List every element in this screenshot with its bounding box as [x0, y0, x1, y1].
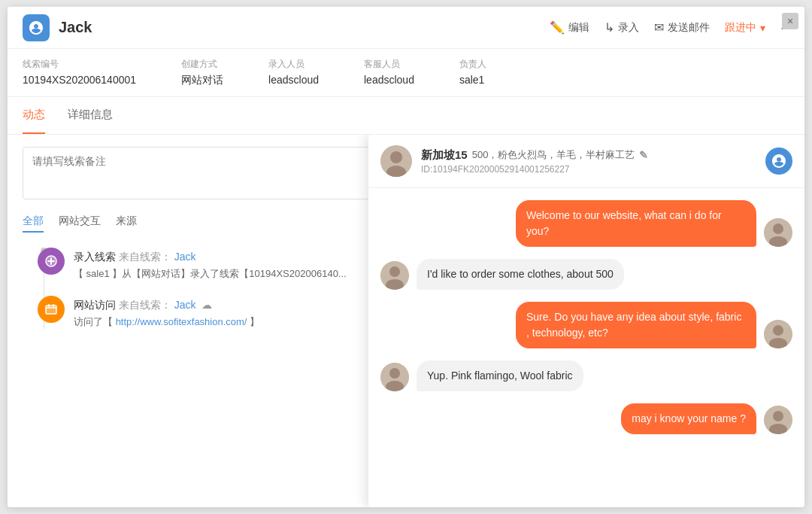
svg-point-14: [773, 325, 783, 336]
svg-rect-2: [48, 304, 50, 307]
main-window: × Jack ✏️ 编辑 ↳ 录入 ✉ 发送邮件: [8, 7, 804, 507]
info-recorder: 录入人员 leadscloud: [268, 58, 319, 87]
info-create-method: 创建方式 网站对话: [181, 58, 223, 87]
svg-point-20: [773, 411, 783, 421]
svg-point-8: [773, 224, 783, 234]
visitor-avatar-1: [380, 261, 409, 290]
filter-source[interactable]: 来源: [116, 214, 137, 233]
chat-edit-icon[interactable]: ✎: [639, 149, 648, 161]
send-email-button[interactable]: ✉ 发送邮件: [654, 20, 710, 35]
page-title: Jack: [59, 19, 92, 36]
svg-point-5: [390, 151, 402, 163]
tab-activity[interactable]: 动态: [23, 97, 45, 134]
filter-all[interactable]: 全部: [23, 214, 44, 233]
edit-icon: ✏️: [550, 20, 565, 35]
tab-details[interactable]: 详细信息: [68, 97, 113, 134]
agent-avatar-3: [764, 406, 792, 434]
message-row: I'd like to order some clothes, about 50…: [380, 259, 792, 290]
timeline-dot-record: [38, 248, 65, 275]
svg-rect-1: [46, 306, 56, 314]
content-area: 全部 网站交互 来源: [8, 135, 804, 507]
info-service: 客服人员 leadscloud: [364, 58, 414, 87]
visitor-avatar-2: [380, 363, 409, 391]
close-icon: ×: [787, 15, 793, 27]
filter-website[interactable]: 网站交互: [59, 214, 101, 233]
visit-lead-link[interactable]: Jack: [174, 299, 196, 311]
timeline-dot-visit: [38, 296, 65, 323]
email-icon: ✉: [654, 20, 664, 35]
chat-header: 新加坡15 500，粉色火烈鸟，羊毛，半村麻工艺 ✎ ID:10194FK202…: [368, 135, 804, 188]
chat-messages: Welcome to our website, what can i do fo…: [368, 188, 804, 507]
agent-avatar-2: [764, 320, 792, 348]
svg-rect-3: [53, 304, 54, 307]
message-row: Sure. Do you have any idea about style, …: [380, 302, 792, 348]
chat-agent-avatar: [765, 148, 792, 175]
chevron-down-icon: ▾: [760, 22, 765, 34]
message-bubble: Yup. Pink flamingo, Wool fabric: [417, 360, 583, 391]
message-bubble: I'd like to order some clothes, about 50…: [417, 259, 624, 290]
record-icon: ↳: [604, 20, 614, 35]
title-actions: ✏️ 编辑 ↳ 录入 ✉ 发送邮件 跟进中 ▾ ···: [550, 20, 789, 35]
info-id: 线索编号 10194XS202006140001: [23, 58, 136, 87]
message-bubble: may i know your name ?: [621, 403, 756, 434]
message-row: Yup. Pink flamingo, Wool fabric: [380, 360, 792, 391]
title-left: Jack: [23, 14, 92, 41]
follow-button[interactable]: 跟进中 ▾: [725, 21, 765, 35]
edit-button[interactable]: ✏️ 编辑: [550, 20, 589, 35]
message-row: Welcome to our website, what can i do fo…: [380, 200, 792, 247]
visit-url-link[interactable]: http://www.sofitexfashion.com/: [116, 316, 247, 327]
svg-point-17: [389, 368, 400, 379]
tabs-bar: 动态 详细信息: [8, 97, 804, 135]
svg-point-11: [389, 266, 400, 277]
close-button[interactable]: ×: [782, 13, 798, 29]
chat-overlay: 新加坡15 500，粉色火烈鸟，羊毛，半村麻工艺 ✎ ID:10194FK202…: [368, 135, 804, 507]
record-button[interactable]: ↳ 录入: [604, 20, 639, 35]
message-bubble: Sure. Do you have any idea about style, …: [516, 302, 756, 348]
app-logo: [23, 14, 50, 41]
message-bubble: Welcome to our website, what can i do fo…: [516, 200, 756, 247]
chat-contact-avatar: [380, 145, 412, 177]
chat-header-info: 新加坡15 500，粉色火烈鸟，羊毛，半村麻工艺 ✎ ID:10194FK202…: [421, 148, 756, 175]
lead-link[interactable]: Jack: [174, 251, 196, 263]
message-row: may i know your name ?: [380, 403, 792, 434]
agent-avatar-1: [764, 218, 792, 247]
title-bar: Jack ✏️ 编辑 ↳ 录入 ✉ 发送邮件 跟进中 ▾ ···: [8, 7, 804, 49]
info-row: 线索编号 10194XS202006140001 创建方式 网站对话 录入人员 …: [8, 49, 804, 97]
info-owner: 负责人 sale1: [459, 58, 486, 87]
